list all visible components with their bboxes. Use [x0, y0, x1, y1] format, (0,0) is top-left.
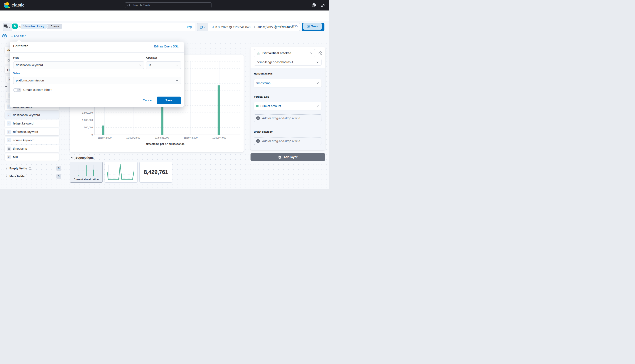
- remove-dimension-close-icon[interactable]: [316, 105, 319, 108]
- app-nav-bar: D Visualize Library Create Inspect Downl…: [0, 10, 329, 21]
- metric-value: 8,429,761: [144, 169, 168, 176]
- add-filter-button[interactable]: + Add filter: [11, 34, 26, 38]
- menu-hamburger-icon[interactable]: [3, 24, 8, 27]
- filter-field-combobox[interactable]: destination.keyword: [13, 61, 144, 69]
- field-item-ledger.keyword[interactable]: tledger.keyword: [4, 120, 59, 127]
- logo-blob-olive: [8, 7, 10, 8]
- help-icon[interactable]: [312, 3, 316, 7]
- custom-label-toggle-label: Create custom label?: [23, 88, 52, 92]
- save-filter-button[interactable]: Save: [157, 96, 181, 104]
- suggestion-current-visualization[interactable]: Current visualization: [70, 162, 103, 183]
- field-item-source.keyword[interactable]: tsource.keyword: [4, 137, 59, 144]
- suggestions-accordion[interactable]: Suggestions: [70, 156, 94, 159]
- toggle-knob: [14, 88, 17, 92]
- field-item-label: source.keyword: [13, 138, 34, 142]
- plus-icon: [256, 116, 260, 120]
- break-down-add-field-drop-target[interactable]: Add or drag-and-drop a field: [254, 137, 322, 145]
- filter-row-dash: [8, 36, 10, 36]
- field-item-reference.keyword[interactable]: treference.keyword: [4, 128, 59, 136]
- add-layer-button[interactable]: Add layer: [250, 153, 325, 161]
- elastic-logo[interactable]: [4, 2, 10, 8]
- chevron-right-icon: [5, 167, 8, 170]
- vertical-axis-add-field-drop-target[interactable]: Add or drag-and-drop a field: [254, 114, 322, 122]
- suggestion-metric[interactable]: 8,429,761: [140, 162, 172, 183]
- divider: [250, 127, 325, 127]
- breadcrumb-visualize-library[interactable]: Visualize Library: [21, 24, 48, 29]
- search-icon: [127, 4, 130, 7]
- break-down-by-label: Break down by: [254, 130, 272, 133]
- field-item-txid[interactable]: #txid: [4, 154, 59, 160]
- logo-blob-teal: [5, 5, 9, 8]
- number-field-type-icon: #: [7, 155, 11, 159]
- date-picker-quick-menu-button[interactable]: [197, 23, 208, 31]
- save-button[interactable]: Save: [303, 23, 322, 30]
- inspect-button[interactable]: Inspect: [258, 24, 267, 28]
- plus-icon: [256, 139, 260, 143]
- arrow-right-icon: [252, 26, 256, 28]
- operator-label: Operator: [146, 56, 157, 59]
- svg-text:11:59:42.500: 11:59:42.500: [126, 136, 140, 139]
- svg-text:1,500,000: 1,500,000: [82, 112, 93, 114]
- available-fields-chevron-down-icon[interactable]: [4, 85, 8, 88]
- global-search[interactable]: [125, 2, 212, 8]
- meta-fields-accordion[interactable]: Meta fields 3: [5, 174, 61, 179]
- chevron-down-icon: [310, 52, 312, 54]
- chevron-down-icon: [316, 61, 319, 64]
- cancel-button[interactable]: Cancel: [143, 99, 152, 102]
- chevron-down-icon: [70, 156, 74, 159]
- filter-value-combobox[interactable]: platform:commission: [13, 76, 181, 84]
- chevron-down-icon: [176, 79, 178, 82]
- chevron-down-icon: [8, 26, 10, 28]
- data-view-select[interactable]: demo-ledger-dashboards-1: [254, 59, 322, 66]
- svg-text:11:59:44.000: 11:59:44.000: [212, 136, 226, 139]
- global-search-input[interactable]: [132, 3, 209, 7]
- chevron-right-icon: [5, 175, 8, 178]
- suggestion-line-chart[interactable]: [104, 162, 138, 183]
- global-header: elastic: [0, 0, 329, 10]
- layer-settings-panel: Bar vertical stacked demo-ledger-dashboa…: [250, 47, 325, 150]
- t-field-type-icon: t: [7, 130, 11, 134]
- toggle-off-x-icon: [18, 88, 20, 90]
- field-item-label: txid: [13, 155, 18, 159]
- kql-language-button[interactable]: KQL: [184, 26, 195, 29]
- svg-text:1,000,000: 1,000,000: [82, 119, 93, 121]
- filter-set-menu-icon[interactable]: [2, 34, 7, 39]
- date-field-type-icon: [7, 146, 11, 151]
- vertical-axis-dimension[interactable]: Sum of amount: [254, 102, 322, 110]
- svg-text:0: 0: [92, 134, 93, 136]
- space-avatar[interactable]: D: [12, 24, 18, 29]
- divider: [250, 92, 325, 92]
- field-item-label: destination.keyword: [13, 113, 40, 117]
- custom-label-toggle[interactable]: [13, 88, 21, 92]
- svg-text:11:59:43.500: 11:59:43.500: [184, 136, 198, 139]
- t-field-type-icon: t: [7, 138, 11, 142]
- remove-dimension-close-icon[interactable]: [316, 82, 319, 84]
- empty-fields-accordion[interactable]: Empty fields 0: [5, 166, 61, 171]
- bar-chart-type-icon: [256, 51, 260, 55]
- download-csv-button[interactable]: Download as CSV: [274, 24, 298, 28]
- field-item-destination.keyword[interactable]: tdestination.keyword: [4, 112, 59, 118]
- field-item-label: timestamp: [13, 147, 27, 150]
- lens-editor-screen: elastic D Visualize Library Create Inspe…: [0, 0, 329, 189]
- layers-icon: [278, 155, 282, 159]
- field-item-timestamp[interactable]: timestamp: [4, 145, 59, 152]
- horizontal-axis-dimension[interactable]: timestamp: [254, 79, 322, 87]
- chevron-down-icon: [176, 64, 178, 66]
- empty-fields-count-badge: 0: [56, 166, 61, 171]
- brand-wordmark: elastic: [12, 0, 24, 10]
- edit-as-query-dsl-link[interactable]: Edit as Query DSL: [154, 45, 178, 48]
- chevron-down-icon: [204, 26, 206, 28]
- breadcrumb: Visualize Library Create: [21, 24, 62, 29]
- svg-text:timestamp per 47 milliseconds: timestamp per 47 milliseconds: [146, 142, 184, 146]
- filter-operator-select[interactable]: is: [146, 61, 181, 69]
- clear-layer-eraser-icon[interactable]: [318, 51, 322, 55]
- vertical-axis-label: Vertical axis: [254, 95, 269, 98]
- question-circle-icon: [28, 167, 32, 170]
- news-party-popper-icon[interactable]: [321, 3, 326, 8]
- svg-text:11:59:42.000: 11:59:42.000: [98, 136, 112, 139]
- date-range-start: Jun 3, 2022 @ 11:59:41.840: [212, 26, 250, 29]
- value-label: Value: [13, 72, 20, 75]
- chart-type-select[interactable]: Bar vertical stacked: [254, 49, 315, 57]
- svg-text:500,000: 500,000: [84, 126, 93, 129]
- field-item-label: reference.keyword: [13, 130, 38, 134]
